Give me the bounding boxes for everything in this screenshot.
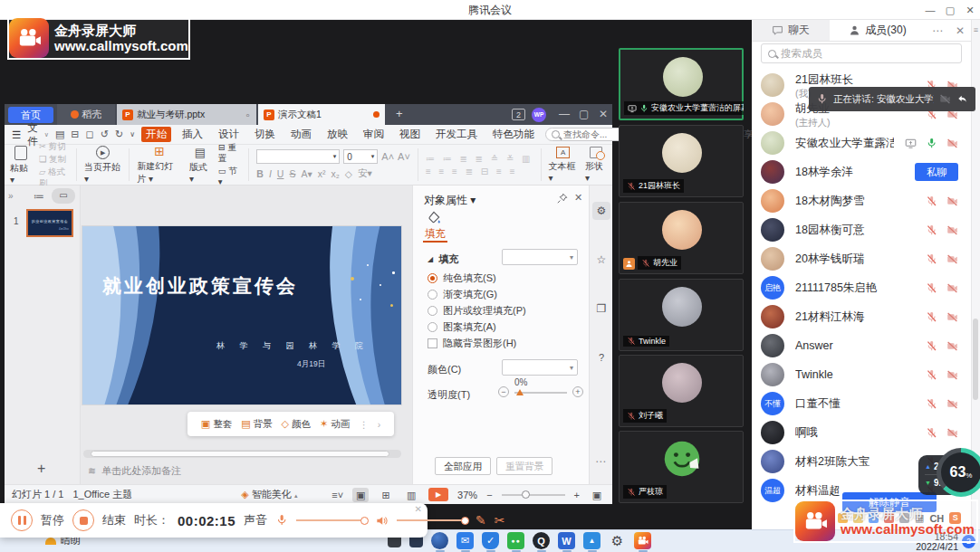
tray-app-icon[interactable] — [838, 513, 848, 523]
progress-circle-widget[interactable]: 63% — [937, 448, 980, 497]
slide-subtitle[interactable]: 林 学 与 园 林 学 院 — [216, 340, 370, 352]
help-strip-icon[interactable]: ? — [592, 348, 610, 366]
slide-title[interactable]: 就业创业政策宣传会 — [102, 273, 374, 299]
camera-off-icon[interactable] — [946, 340, 958, 352]
member-row[interactable]: 18园林衡可意 — [752, 215, 971, 244]
beautify-more-icon[interactable]: ⋮ — [359, 419, 369, 430]
stop-button[interactable] — [72, 509, 94, 531]
wps-maximize-button[interactable]: ▢ — [579, 104, 589, 125]
settings-gear-icon[interactable]: ⚙ — [609, 532, 626, 552]
camera-off-icon[interactable] — [946, 369, 958, 381]
slider-knob-icon[interactable] — [461, 517, 469, 525]
hidden-tray-icons[interactable]: ▦ CH S — [838, 512, 961, 524]
member-row[interactable]: 21材料江林海 — [752, 302, 971, 331]
file-menu[interactable]: 文件 — [27, 121, 38, 148]
member-row[interactable]: 启艳 21111785朱启艳 — [752, 273, 971, 302]
hide-background-checkbox[interactable]: 隐藏背景图形(H) — [428, 337, 516, 350]
fill-option-picture[interactable]: 图片或纹理填充(P) — [428, 304, 526, 318]
paste-button[interactable]: 粘贴 ▾ — [10, 146, 32, 185]
fill-style-dropdown[interactable]: ▾ — [502, 249, 578, 265]
strike-button[interactable]: S — [289, 168, 295, 179]
browser-icon[interactable] — [431, 532, 448, 552]
zoom-in-button[interactable]: + — [574, 490, 580, 500]
add-slide-button[interactable]: + — [37, 461, 45, 477]
redo-icon[interactable]: ↻ — [115, 128, 123, 140]
font-name-combo[interactable]: ▾ — [256, 149, 340, 164]
outline-view-icon[interactable]: ≔ — [34, 190, 44, 203]
transparency-plus-button[interactable]: + — [572, 386, 583, 397]
horizontal-scrollbar[interactable] — [83, 450, 401, 458]
zoom-slider[interactable] — [502, 494, 565, 496]
wps-w-icon[interactable]: W — [558, 532, 575, 552]
smart-beautify-button[interactable]: ◈ 智能美化 ▴ — [241, 488, 297, 501]
ribbon-tab-insert[interactable]: 插入 — [178, 127, 207, 142]
member-row[interactable]: Answer — [752, 331, 971, 360]
notification-badge[interactable]: 2 — [962, 535, 975, 548]
camera-off-icon[interactable] — [946, 427, 958, 439]
textbox-button[interactable]: A文本框 ▾ — [549, 147, 579, 183]
tray-clock[interactable]: 18:542022/4/21 — [911, 532, 958, 552]
member-row[interactable]: 啊哦 — [752, 418, 971, 447]
font-color-button[interactable]: A▾ — [301, 168, 312, 179]
ribbon-tab-review[interactable]: 审阅 — [359, 127, 389, 142]
close-button[interactable]: ✕ — [960, 0, 980, 20]
tab-document-1[interactable]: P就业与考研.pptx∘ — [117, 104, 256, 125]
video-tile[interactable]: Twinkle — [619, 279, 744, 351]
zoom-knob-icon[interactable] — [522, 490, 530, 499]
video-tile-sharing[interactable]: 安徽农业大学董蕾洁的屏幕共享 — [619, 48, 744, 120]
wps-minimize-button[interactable]: — — [559, 104, 570, 125]
cut-button[interactable]: ✂ 剪切 — [39, 141, 66, 152]
fill-option-pattern[interactable]: 图案填充(A) — [428, 320, 496, 334]
beautify-animation-button[interactable]: ✶动画 — [320, 418, 350, 431]
slide-view-icon[interactable]: ▭ — [52, 188, 75, 204]
pin-icon[interactable] — [556, 193, 568, 205]
wps-close-button[interactable]: ✕ — [599, 104, 608, 125]
decrease-font-icon[interactable]: A˅ — [398, 151, 410, 162]
properties-strip-icon[interactable]: ⚙ — [592, 202, 610, 220]
wechat-icon[interactable]: ●● — [507, 532, 524, 552]
reply-arrow-icon[interactable] — [956, 93, 968, 105]
layout-button[interactable]: ▤版式 ▾ — [189, 146, 211, 184]
save-icon[interactable]: ▤ — [55, 128, 64, 140]
italic-button[interactable]: I — [269, 168, 272, 179]
speaker-volume-slider[interactable] — [397, 519, 467, 521]
unmute-button[interactable]: 解除静音 — [842, 492, 937, 512]
camera-off-icon[interactable] — [946, 138, 958, 149]
panel-more-icon[interactable]: ⋯ — [926, 20, 949, 41]
font-size-combo[interactable]: 0▾ — [343, 149, 378, 164]
mic-off-icon[interactable] — [926, 427, 937, 439]
camera-off-icon[interactable] — [946, 282, 958, 294]
mic-volume-slider[interactable] — [296, 519, 367, 521]
tab-document-2-active[interactable]: P演示文稿1 — [258, 104, 385, 125]
qat-more-icon[interactable]: ∨ — [130, 130, 135, 138]
member-row-hovered[interactable]: 18林学余洋 私聊 — [752, 157, 971, 186]
tray-app-icon[interactable] — [853, 513, 863, 523]
reading-view-icon[interactable]: ▥ — [403, 488, 419, 502]
mic-off-icon[interactable] — [926, 311, 937, 323]
member-search[interactable] — [761, 43, 962, 63]
slider-knob-icon[interactable] — [516, 389, 524, 395]
color-dropdown[interactable]: ▾ — [502, 359, 578, 376]
account-avatar[interactable]: WP — [532, 108, 546, 122]
hamburger-icon[interactable]: ☰ — [12, 128, 21, 141]
tab-members-active[interactable]: 成员(30) — [830, 20, 926, 41]
text-effect-button[interactable]: 安▾ — [358, 167, 372, 180]
tray-app-icon[interactable] — [899, 513, 909, 523]
mic-off-icon[interactable] — [926, 369, 937, 381]
beautify-color-button[interactable]: ◇颜色 — [282, 418, 311, 431]
pages-strip-icon[interactable]: ❐ — [592, 300, 610, 318]
normal-view-icon[interactable]: ▣ — [352, 488, 369, 502]
undo-icon[interactable]: ↺ — [101, 128, 109, 140]
panel-close-icon[interactable]: ✕ — [949, 20, 971, 41]
reset-background-button[interactable]: 重置背景 — [496, 457, 552, 475]
strip-more-icon[interactable]: ⋯ — [595, 455, 606, 468]
bold-button[interactable]: B — [256, 168, 264, 179]
new-slide-button[interactable]: ⊞新建幻灯片 ▾ — [137, 144, 182, 186]
apply-all-button[interactable]: 全部应用 — [435, 457, 491, 475]
print-icon[interactable]: ⊟ — [71, 128, 79, 140]
zoom-out-button[interactable]: − — [486, 490, 492, 500]
ribbon-tab-devtools[interactable]: 开发工具 — [431, 127, 482, 142]
sogou-icon[interactable]: S — [949, 512, 961, 524]
video-tile[interactable]: 胡先业 — [619, 202, 744, 274]
favorites-strip-icon[interactable]: ☆ — [592, 251, 610, 269]
